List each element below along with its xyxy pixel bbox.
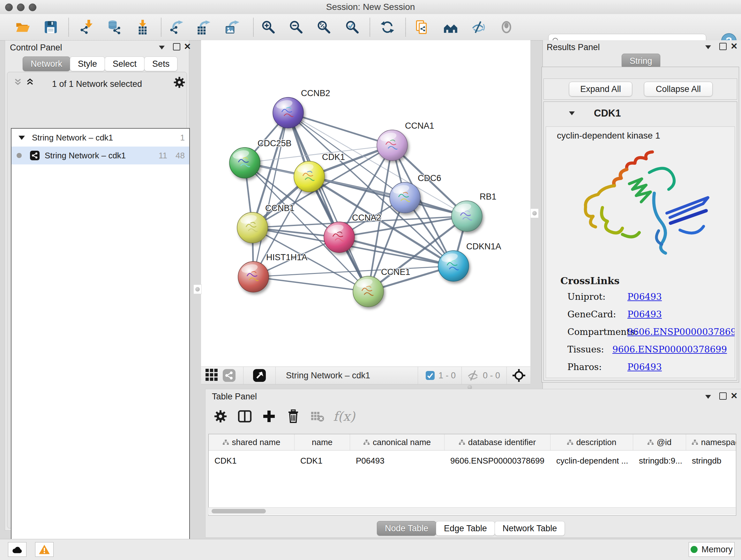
column-header-database-identifier[interactable]: database identifier [445,434,550,450]
collection-name: String Network – cdk1 [32,133,113,143]
edge-CCNB2-HIST1H1A[interactable] [253,113,288,277]
tab-network-table[interactable]: Network Table [495,521,565,536]
import-network-file-button[interactable] [78,18,96,36]
network-graph[interactable]: CCNB2CCNA1CDC25BCDK1CDC6RB1CCNB1CCNA2CDK… [201,40,530,367]
results-panel-maximize-icon[interactable] [719,43,727,50]
control-panel-close-icon[interactable]: ✕ [184,43,191,50]
table-panel-maximize-icon[interactable] [719,392,727,400]
node-HIST1H1A[interactable] [238,261,269,292]
network-collection-row[interactable]: String Network – cdk1 1 [11,129,189,146]
node-label-CCNB2: CCNB2 [301,88,330,98]
cell-shared-name[interactable]: CDK1 [209,453,294,469]
open-in-cytoscape-web-button[interactable] [413,18,431,36]
hidden-eye-slash-icon[interactable] [467,369,480,382]
crosslink-link[interactable]: P06493 [627,292,662,302]
zoom-in-button[interactable] [259,18,277,36]
tab-network[interactable]: Network [23,57,70,71]
save-session-button[interactable] [42,18,60,36]
right-splitter-handle[interactable] [530,208,539,218]
zoom-out-button[interactable] [287,18,305,36]
show-column-icon[interactable] [236,408,253,425]
left-splitter-handle[interactable] [193,285,202,294]
gene-collapse-icon[interactable] [569,111,575,115]
zoom-selected-button[interactable] [343,18,361,36]
birdseye-grid-icon[interactable] [205,369,218,382]
function-builder-icon[interactable]: f(x) [333,408,355,425]
table-options-gear-icon[interactable] [212,408,229,425]
expand-all-button[interactable]: Expand All [569,82,632,97]
network-options-gear-icon[interactable] [173,76,185,90]
column-header-canonical-name[interactable]: canonical name [350,434,445,450]
node-CCNA2[interactable] [324,222,354,253]
memory-button[interactable]: Memory [689,542,735,557]
control-panel-float-icon[interactable] [159,46,165,50]
crosslink-link[interactable]: 9606.ENSP00000378699 [627,327,735,337]
edge-CCNB2-CCNE1[interactable] [288,113,368,292]
node-CDC6[interactable] [390,182,420,213]
import-network-database-button[interactable] [105,18,123,36]
show-all-button[interactable] [497,18,515,36]
tab-string[interactable]: String [622,54,660,68]
cell-description[interactable]: cyclin-dependent ... [550,453,633,469]
cell-@id[interactable]: stringdb:9... [633,453,686,469]
crosslink-link[interactable]: P06493 [627,309,662,320]
table-panel-float-icon[interactable] [705,395,711,399]
edge-HIST1H1A-CCNE1[interactable] [253,277,368,292]
cell-name[interactable]: CDK1 [294,453,350,469]
tab-edge-table[interactable]: Edge Table [436,521,495,536]
tab-style[interactable]: Style [70,57,105,71]
node-CCNE1[interactable] [353,276,384,307]
selected-checkbox-icon[interactable] [426,371,434,380]
tab-select[interactable]: Select [105,57,145,71]
open-session-button[interactable] [14,18,31,36]
node-CCNB1[interactable] [237,212,268,243]
column-header-@id[interactable]: @id [633,434,686,450]
export-image-button[interactable] [223,18,241,36]
table-hscrollbar[interactable] [208,507,736,515]
edge-CCNB2-CCNA1[interactable] [288,113,392,145]
crosslink-link[interactable]: P06493 [627,362,662,372]
cell-database-identifier[interactable]: 9606.ENSP00000378699 [445,453,550,469]
node-RB1[interactable] [452,201,482,232]
column-header-description[interactable]: description [550,434,633,450]
cell-namespace[interactable]: stringdb [686,453,736,469]
refresh-button[interactable] [379,18,396,36]
delete-table-icon[interactable] [309,408,326,425]
control-panel-maximize-icon[interactable] [173,43,180,51]
home-button[interactable] [442,18,460,36]
cloud-status-button[interactable] [8,542,26,557]
collection-expand-icon[interactable] [18,136,25,140]
network-view[interactable]: CCNB2CCNA1CDC25BCDK1CDC6RB1CCNB1CCNA2CDK… [201,40,530,367]
table-hscrollbar-thumb[interactable] [212,509,266,513]
network-row[interactable]: String Network – cdk1 11 48 [11,146,189,165]
fit-selected-crosshair-icon[interactable] [512,368,526,382]
table-panel-close-icon[interactable]: ✕ [731,392,738,399]
node-CCNA1[interactable] [377,130,408,161]
export-network-button[interactable] [167,18,185,36]
tab-sets[interactable]: Sets [144,57,178,71]
edge-CDK1-RB1[interactable] [309,177,467,216]
node-CDKN1A[interactable] [438,251,469,281]
hide-selected-button[interactable] [469,18,487,36]
results-panel-close-icon[interactable]: ✕ [731,43,738,50]
node-CDC25B[interactable] [229,147,260,178]
column-header-name[interactable]: name [294,434,350,450]
collapse-all-button[interactable]: Collapse All [644,82,713,97]
node-CDK1[interactable] [294,161,325,192]
warnings-button[interactable] [35,542,54,557]
crosslink-link[interactable]: 9606.ENSP00000378699 [612,344,727,355]
string-view-icon[interactable] [223,369,235,382]
export-table-button[interactable] [195,18,212,36]
import-table-file-button[interactable] [134,18,152,36]
cell-canonical-name[interactable]: P06493 [350,453,445,469]
column-header-namespace[interactable]: namespace [686,434,736,450]
delete-column-trash-icon[interactable] [285,408,302,425]
column-header-shared-name[interactable]: shared name [209,434,294,450]
control-panel: Control Panel ✕ NetworkStyleSelectSets 1… [5,40,189,531]
export-view-icon[interactable] [253,369,266,382]
node-CCNB2[interactable] [273,98,304,128]
add-column-icon[interactable] [260,408,278,425]
tab-node-table[interactable]: Node Table [377,521,436,536]
results-panel-float-icon[interactable] [705,45,711,49]
zoom-fit-button[interactable] [315,18,333,36]
